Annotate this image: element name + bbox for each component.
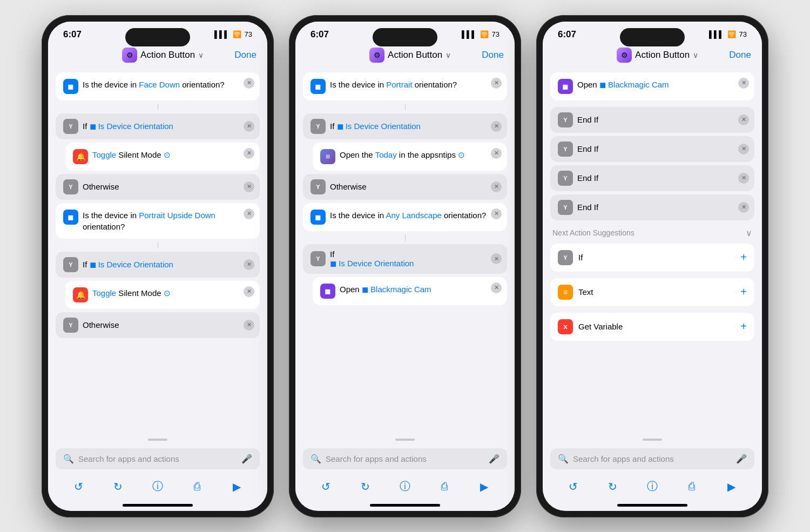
undo-btn-2[interactable]: ↺ bbox=[318, 478, 335, 495]
today-highlight: Today bbox=[375, 150, 397, 159]
nav-done-1[interactable]: Done bbox=[234, 50, 256, 60]
search-bar-3[interactable]: 🔍 Search for apps and actions 🎤 bbox=[550, 448, 754, 469]
share-btn-3[interactable]: ⎙ bbox=[683, 478, 700, 495]
device-check-icon-1: ◼ bbox=[63, 79, 78, 94]
nav-title-2: ⚙ Action Button ∨ bbox=[369, 48, 451, 63]
if-icon-2: Y bbox=[63, 257, 78, 272]
play-btn-2[interactable]: ▶ bbox=[475, 478, 492, 495]
nav-bar-3: ⚙ Action Button ∨ Done bbox=[543, 43, 762, 68]
end-if-text-2: End If bbox=[577, 144, 747, 153]
battery-icon-3: 73 bbox=[739, 30, 747, 38]
close-end-if-1[interactable]: ✕ bbox=[738, 115, 749, 125]
undo-btn-1[interactable]: ↺ bbox=[70, 478, 87, 495]
otherwise-icon-2: Y bbox=[63, 318, 78, 333]
info-btn-3[interactable]: ⓘ bbox=[644, 478, 661, 495]
suggestion-if-plus[interactable]: + bbox=[740, 251, 747, 264]
close-end-if-3[interactable]: ✕ bbox=[738, 173, 749, 184]
close-end-if-2[interactable]: ✕ bbox=[738, 144, 749, 154]
info-btn-2[interactable]: ⓘ bbox=[396, 478, 414, 495]
nav-bar-1: ⚙ Action Button ∨ Done bbox=[48, 43, 267, 68]
end-if-icon-3: Y bbox=[558, 171, 573, 186]
close-if-2[interactable]: ✕ bbox=[244, 259, 254, 270]
if-text-2: If ◼ Is Device Orientation bbox=[83, 260, 252, 270]
close-if-4[interactable]: ✕ bbox=[491, 253, 502, 264]
if-text-4: If◼ Is Device Orientation bbox=[330, 250, 500, 268]
otherwise-1: Y Otherwise ✕ bbox=[56, 174, 260, 200]
close-open-today[interactable]: ✕ bbox=[491, 148, 502, 159]
close-if-1[interactable]: ✕ bbox=[244, 121, 254, 132]
redo-btn-1[interactable]: ↻ bbox=[110, 478, 127, 495]
end-if-4: Y End If ✕ bbox=[550, 194, 754, 220]
connector-2 bbox=[158, 242, 158, 248]
scroll-content-2[interactable]: ◼ Is the device in Portrait orientation?… bbox=[295, 68, 515, 436]
connector-3 bbox=[405, 104, 406, 110]
open-today: ⊞ Open the Today in the appsntips ⊙ ✕ bbox=[313, 143, 507, 171]
close-portrait[interactable]: ✕ bbox=[491, 78, 502, 89]
phone-2: 6:07 ▌▌▌ 🛜 73 ⚙ Action Button ∨ Done bbox=[289, 15, 521, 517]
play-btn-1[interactable]: ▶ bbox=[228, 478, 245, 495]
mic-icon-1[interactable]: 🎤 bbox=[241, 454, 252, 464]
close-toggle-1[interactable]: ✕ bbox=[244, 148, 254, 159]
info-btn-1[interactable]: ⓘ bbox=[149, 478, 166, 495]
close-blackmagic-3[interactable]: ✕ bbox=[738, 78, 749, 89]
portrait-upside-highlight: Portrait Upside Down bbox=[139, 211, 215, 220]
device-check-landscape: ◼ Is the device in Any Landscape orienta… bbox=[303, 203, 507, 231]
drag-handle-3 bbox=[643, 439, 662, 441]
search-bar-1[interactable]: 🔍 Search for apps and actions 🎤 bbox=[56, 448, 260, 469]
mic-icon-2[interactable]: 🎤 bbox=[489, 454, 500, 464]
end-if-icon-1: Y bbox=[558, 112, 573, 127]
suggestion-text-plus[interactable]: + bbox=[740, 286, 747, 298]
share-btn-2[interactable]: ⎙ bbox=[436, 478, 453, 495]
is-device-orientation-1: ◼ Is Device Orientation bbox=[90, 122, 173, 131]
suggestion-variable-plus[interactable]: + bbox=[740, 320, 747, 333]
is-device-orientation-3: ◼ Is Device Orientation bbox=[337, 122, 421, 131]
suggestion-get-variable[interactable]: x Get Variable + bbox=[550, 313, 754, 341]
open-today-text: Open the Today in the appsntips ⊙ bbox=[340, 149, 500, 160]
mic-icon-3[interactable]: 🎤 bbox=[736, 454, 747, 464]
close-otherwise-2[interactable]: ✕ bbox=[244, 320, 254, 331]
undo-btn-3[interactable]: ↺ bbox=[565, 478, 582, 495]
close-end-if-4[interactable]: ✕ bbox=[738, 202, 749, 213]
close-blackmagic[interactable]: ✕ bbox=[491, 282, 502, 293]
status-time-2: 6:07 bbox=[310, 29, 329, 40]
suggestion-if-text: If bbox=[578, 253, 583, 262]
search-placeholder-3: Search for apps and actions bbox=[573, 454, 732, 463]
close-toggle-2[interactable]: ✕ bbox=[244, 286, 254, 297]
suggestion-variable-text: Get Variable bbox=[578, 322, 623, 331]
open-blackmagic-icon-3: ◼ bbox=[558, 79, 573, 94]
suggestion-text[interactable]: ≡ Text + bbox=[550, 278, 754, 306]
close-otherwise-1[interactable]: ✕ bbox=[244, 181, 254, 192]
suggestion-text-icon: ≡ bbox=[558, 285, 573, 300]
if-device-orientation-4: Y If◼ Is Device Orientation ✕ bbox=[303, 244, 507, 274]
toggle-silent-1: 🔔 Toggle Silent Mode ⊙ ✕ bbox=[65, 143, 260, 171]
close-portrait-upside[interactable]: ✕ bbox=[244, 208, 254, 219]
redo-btn-3[interactable]: ↻ bbox=[604, 478, 622, 495]
close-otherwise-3[interactable]: ✕ bbox=[491, 181, 502, 192]
close-landscape[interactable]: ✕ bbox=[491, 208, 502, 219]
play-btn-3[interactable]: ▶ bbox=[723, 478, 740, 495]
phone-1-screen: 6:07 ▌▌▌ 🛜 73 ⚙ Action Button ∨ Done bbox=[48, 22, 267, 511]
scroll-content-3[interactable]: ◼ Open ◼ Blackmagic Cam ✕ Y End If ✕ Y E… bbox=[543, 68, 762, 436]
close-btn-1[interactable]: ✕ bbox=[244, 78, 254, 89]
search-bar-2[interactable]: 🔍 Search for apps and actions 🎤 bbox=[303, 448, 507, 469]
signal-icon-2: ▌▌▌ bbox=[462, 30, 477, 38]
toggle-text-1: Toggle Silent Mode ⊙ bbox=[92, 149, 252, 160]
suggestions-chevron[interactable]: ∨ bbox=[746, 228, 752, 238]
open-blackmagic: ◼ Open ◼ Blackmagic Cam ✕ bbox=[313, 277, 507, 305]
scroll-content-1[interactable]: ◼ Is the device in Face Down orientation… bbox=[48, 68, 267, 436]
suggestion-if[interactable]: Y If + bbox=[550, 244, 754, 272]
redo-btn-2[interactable]: ↻ bbox=[357, 478, 374, 495]
search-placeholder-1: Search for apps and actions bbox=[78, 454, 237, 463]
bottom-toolbar-2: ↺ ↻ ⓘ ⎙ ▶ bbox=[295, 473, 515, 504]
if-text-1: If ◼ Is Device Orientation bbox=[83, 122, 252, 131]
share-btn-1[interactable]: ⎙ bbox=[188, 478, 206, 495]
nav-done-3[interactable]: Done bbox=[729, 50, 751, 60]
toggle-icon-2: 🔔 bbox=[73, 287, 88, 302]
search-icon-1: 🔍 bbox=[63, 454, 74, 464]
action-button-icon-1: ⚙ bbox=[122, 48, 137, 63]
nav-done-2[interactable]: Done bbox=[482, 50, 504, 60]
close-if-3[interactable]: ✕ bbox=[491, 121, 502, 132]
otherwise-2: Y Otherwise ✕ bbox=[56, 312, 260, 338]
end-if-2: Y End If ✕ bbox=[550, 136, 754, 162]
battery-icon-1: 73 bbox=[245, 30, 252, 38]
